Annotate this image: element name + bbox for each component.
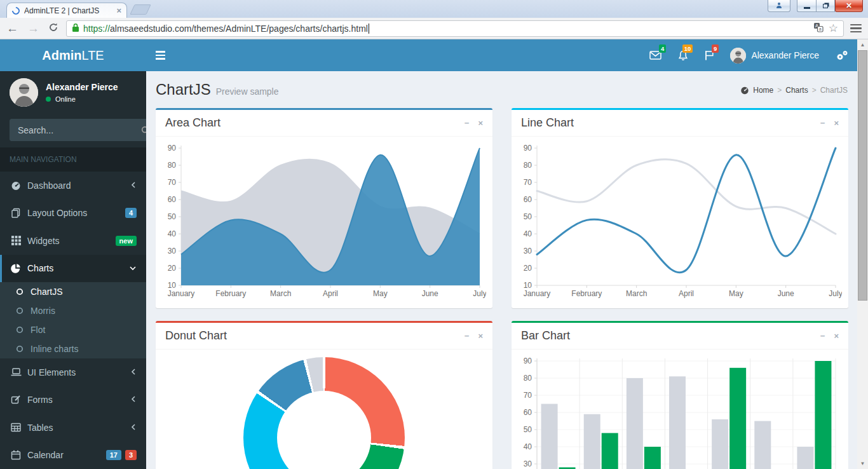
browser-menu-button[interactable] xyxy=(850,24,862,33)
close-button[interactable]: ✕ xyxy=(835,0,863,12)
svg-text:30: 30 xyxy=(524,459,532,468)
breadcrumb-current: ChartJS xyxy=(820,86,848,95)
sidebar-item-charts[interactable]: Charts xyxy=(0,255,146,283)
new-tab-button[interactable] xyxy=(130,4,151,15)
remove-icon[interactable]: × xyxy=(478,332,483,340)
submenu-item-flot[interactable]: Flot xyxy=(0,320,146,339)
page-title: ChartJS xyxy=(156,81,211,99)
widgets-badge: new xyxy=(116,236,137,246)
sidebar-item-layout-options[interactable]: Layout Options 4 xyxy=(0,200,146,228)
notifications-menu[interactable]: 10 xyxy=(670,39,696,71)
svg-text:70: 70 xyxy=(168,178,177,187)
sidebar-item-dashboard[interactable]: Dashboard xyxy=(0,172,146,200)
loading-spinner-icon xyxy=(11,5,22,16)
svg-text:May: May xyxy=(373,289,388,298)
collapse-icon[interactable]: − xyxy=(820,119,825,127)
svg-text:May: May xyxy=(729,289,743,298)
svg-text:April: April xyxy=(323,289,338,298)
user-status[interactable]: Online xyxy=(46,95,118,103)
sidebar-toggle-button[interactable] xyxy=(146,39,175,71)
area-chart-canvas[interactable]: 102030405060708090JanuaryFebruaryMarchAp… xyxy=(162,143,486,302)
svg-text:July: July xyxy=(829,289,842,298)
svg-text:80: 80 xyxy=(168,161,177,170)
donut-chart-box: Donut Chart − × xyxy=(156,321,492,469)
browser-tab[interactable]: AdminLTE 2 | ChartJS × xyxy=(6,3,127,18)
svg-text:March: March xyxy=(626,289,647,298)
content-area: ChartJS Preview sample Home > Charts > C… xyxy=(146,71,857,469)
edit-icon xyxy=(10,395,22,405)
submenu-item-inline-charts[interactable]: Inline charts xyxy=(0,339,146,358)
remove-icon[interactable]: × xyxy=(478,119,483,127)
user-panel: Alexander Pierce Online xyxy=(0,71,146,114)
sidebar-item-widgets[interactable]: Widgets new xyxy=(0,227,146,255)
bookmark-star-icon[interactable]: ☆ xyxy=(829,23,838,34)
collapse-icon[interactable]: − xyxy=(820,332,825,340)
circle-icon xyxy=(14,345,25,353)
control-sidebar-button[interactable] xyxy=(827,39,857,71)
minimize-button[interactable] xyxy=(797,0,816,12)
sidebar-item-forms[interactable]: Forms xyxy=(0,386,146,414)
messages-menu[interactable]: 4 xyxy=(641,39,670,71)
avatar xyxy=(730,48,746,64)
box-title: Donut Chart xyxy=(165,329,227,343)
donut-chart-canvas[interactable] xyxy=(243,357,405,469)
browser-window: AdminLTE 2 | ChartJS × ✕ ← → https://alm… xyxy=(0,0,868,469)
reload-button[interactable] xyxy=(48,22,58,34)
sidebar-item-calendar[interactable]: Calendar 17 3 xyxy=(0,442,146,469)
translate-icon[interactable]: Aa xyxy=(813,22,824,34)
svg-text:90: 90 xyxy=(524,144,532,153)
scrollbar[interactable]: ▲ ▼ xyxy=(857,39,868,469)
messages-badge: 4 xyxy=(659,44,666,53)
tab-title: AdminLTE 2 | ChartJS xyxy=(24,6,112,15)
svg-text:July: July xyxy=(473,289,486,298)
sidebar-item-tables[interactable]: Tables xyxy=(0,414,146,442)
tab-close-icon[interactable]: × xyxy=(116,6,121,15)
padlock-icon[interactable] xyxy=(72,23,79,34)
submenu-item-morris[interactable]: Morris xyxy=(0,301,146,320)
collapse-icon[interactable]: − xyxy=(465,332,470,340)
svg-text:20: 20 xyxy=(168,264,177,273)
svg-text:80: 80 xyxy=(524,161,532,170)
svg-text:June: June xyxy=(778,289,794,298)
tab-strip: AdminLTE 2 | ChartJS × ✕ xyxy=(0,0,868,18)
calendar-icon xyxy=(10,450,22,460)
box-title: Area Chart xyxy=(165,116,220,130)
svg-text:February: February xyxy=(215,289,246,298)
profile-button[interactable] xyxy=(768,0,790,12)
sidebar-item-ui-elements[interactable]: UI Elements xyxy=(0,358,146,386)
bar-chart-canvas[interactable]: 102030405060708090JanuaryFebruaryMarchAp… xyxy=(518,356,842,469)
tasks-badge: 9 xyxy=(712,44,719,53)
remove-icon[interactable]: × xyxy=(834,332,839,340)
scroll-up-arrow[interactable]: ▲ xyxy=(857,39,868,50)
chevron-left-icon xyxy=(130,367,137,377)
submenu-item-chartjs[interactable]: ChartJS xyxy=(0,282,146,301)
svg-text:50: 50 xyxy=(524,212,532,221)
address-bar[interactable]: https://almsaeedstudio.com/themes/AdminL… xyxy=(66,20,844,37)
area-chart-box: Area Chart − × 102030405060708090January… xyxy=(156,108,492,308)
remove-icon[interactable]: × xyxy=(834,119,839,127)
breadcrumb-home[interactable]: Home xyxy=(753,86,773,95)
charts-submenu: ChartJS Morris Flot Inline charts xyxy=(0,282,146,358)
breadcrumb: Home > Charts > ChartJS xyxy=(740,86,848,95)
svg-text:90: 90 xyxy=(524,357,532,365)
scrollbar-thumb[interactable] xyxy=(858,50,867,301)
line-chart-canvas[interactable]: 102030405060708090JanuaryFebruaryMarchAp… xyxy=(518,143,842,302)
restore-button[interactable] xyxy=(816,0,835,12)
tasks-menu[interactable]: 9 xyxy=(696,39,722,71)
breadcrumb-charts[interactable]: Charts xyxy=(785,86,808,95)
laptop-icon xyxy=(10,367,22,377)
gears-icon xyxy=(836,50,848,61)
search-input[interactable] xyxy=(10,119,141,141)
brand-logo[interactable]: AdminLTE xyxy=(0,39,146,71)
scroll-down-arrow[interactable]: ▼ xyxy=(857,458,868,469)
navbar-user-name: Alexander Pierce xyxy=(751,50,819,60)
user-menu[interactable]: Alexander Pierce xyxy=(722,39,827,71)
back-button[interactable]: ← xyxy=(6,22,18,34)
calendar-badge: 17 xyxy=(106,450,121,460)
forward-button[interactable]: → xyxy=(27,22,39,34)
svg-text:20: 20 xyxy=(524,264,532,273)
svg-text:80: 80 xyxy=(524,374,532,383)
table-icon xyxy=(10,423,22,432)
svg-text:60: 60 xyxy=(524,195,532,204)
collapse-icon[interactable]: − xyxy=(465,119,470,127)
